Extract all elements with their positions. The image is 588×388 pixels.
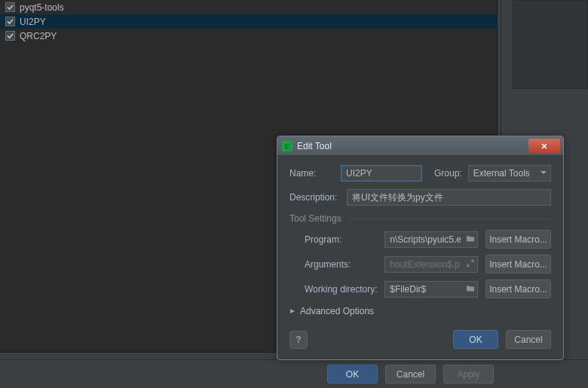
tool-settings-heading: Tool Settings xyxy=(289,213,341,224)
dialog-ok-button[interactable]: OK xyxy=(453,330,498,349)
group-value: External Tools xyxy=(473,168,530,179)
working-dir-label: Working directory: xyxy=(305,284,384,295)
tool-list-label: pyqt5-tools xyxy=(20,2,64,13)
advanced-options-toggle[interactable]: Advanced Options xyxy=(289,306,551,316)
apply-button: Apply xyxy=(443,365,494,383)
folder-icon[interactable] xyxy=(466,234,475,245)
program-input[interactable] xyxy=(384,231,478,248)
advanced-options-label: Advanced Options xyxy=(300,306,374,316)
app-icon: ◧ xyxy=(282,141,292,151)
checkbox-icon[interactable] xyxy=(5,31,15,41)
expand-icon[interactable] xyxy=(466,258,475,270)
checkbox-icon[interactable] xyxy=(5,17,15,26)
arguments-label: Arguments: xyxy=(305,259,384,270)
tool-list-item-pyqt5[interactable]: pyqt5-tools xyxy=(0,0,497,14)
insert-macro-working-dir-button[interactable]: Insert Macro... xyxy=(485,280,551,298)
insert-macro-program-button[interactable]: Insert Macro... xyxy=(485,230,551,249)
insert-macro-arguments-button[interactable]: Insert Macro... xyxy=(485,255,551,273)
cancel-button[interactable]: Cancel xyxy=(385,365,436,383)
arguments-input[interactable] xyxy=(384,256,478,273)
description-input[interactable] xyxy=(347,189,551,206)
tool-list-label: QRC2PY xyxy=(20,31,57,41)
program-label: Program: xyxy=(305,234,384,245)
folder-icon[interactable] xyxy=(466,283,475,295)
group-label: Group: xyxy=(434,168,462,179)
dialog-title: Edit Tool xyxy=(297,141,332,151)
ok-button[interactable]: OK xyxy=(327,365,378,383)
tool-list-label: UI2PY xyxy=(20,17,46,27)
preview-panel xyxy=(513,0,588,89)
name-label: Name: xyxy=(289,168,335,179)
help-button[interactable]: ? xyxy=(289,331,308,349)
chevron-down-icon xyxy=(540,168,547,179)
group-combo[interactable]: External Tools xyxy=(468,165,551,182)
name-input[interactable] xyxy=(341,165,422,182)
description-label: Description: xyxy=(289,192,341,203)
checkbox-icon[interactable] xyxy=(5,2,15,12)
tool-list-item-ui2py[interactable]: UI2PY xyxy=(0,14,497,29)
tool-list-item-qrc2py[interactable]: QRC2PY xyxy=(0,29,497,43)
close-icon[interactable] xyxy=(528,139,560,153)
dialog-cancel-button[interactable]: Cancel xyxy=(506,330,551,349)
divider xyxy=(349,218,551,219)
working-dir-input[interactable] xyxy=(384,281,478,298)
edit-tool-dialog: ◧ Edit Tool Name: Group: External Tools … xyxy=(277,136,564,360)
